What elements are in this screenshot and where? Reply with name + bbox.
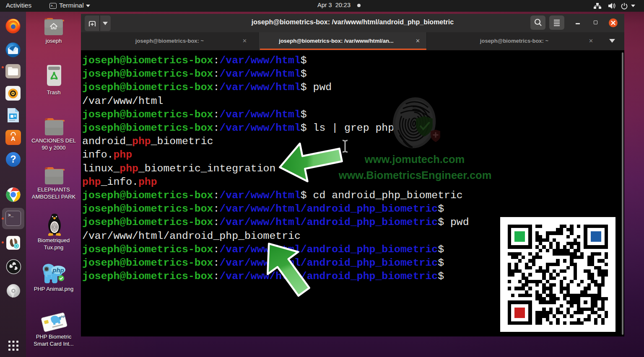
svg-text:php: php (52, 266, 64, 274)
svg-text:A: A (11, 135, 16, 142)
